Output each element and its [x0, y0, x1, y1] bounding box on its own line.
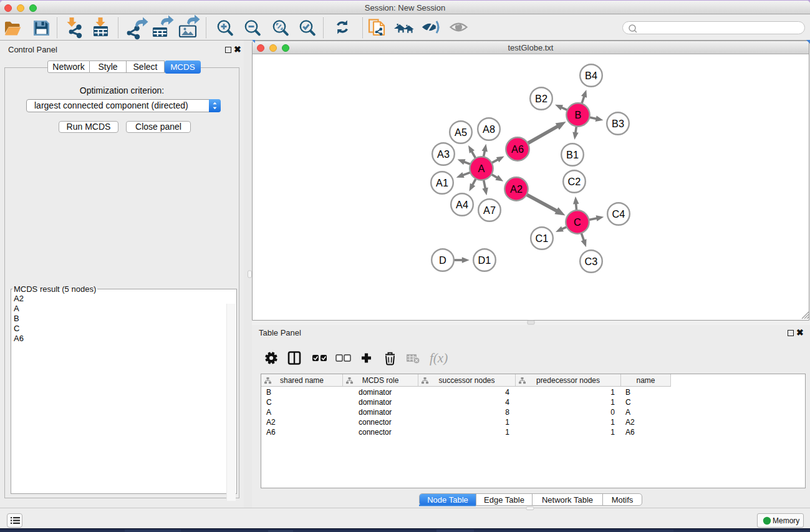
- svg-text:A1: A1: [436, 177, 448, 188]
- svg-text:A2: A2: [510, 183, 523, 195]
- svg-text:f(x): f(x): [430, 351, 448, 365]
- svg-text:D1: D1: [478, 254, 491, 266]
- svg-text:C: C: [574, 216, 581, 228]
- svg-text:A3: A3: [437, 148, 450, 160]
- svg-text:C3: C3: [585, 256, 598, 267]
- svg-text:A8: A8: [483, 123, 495, 135]
- svg-text:D: D: [439, 254, 446, 266]
- svg-text:A5: A5: [455, 127, 467, 138]
- svg-text:C1: C1: [536, 233, 549, 244]
- svg-text:B4: B4: [585, 70, 597, 81]
- svg-text:B3: B3: [612, 118, 624, 129]
- svg-text:C4: C4: [612, 208, 625, 220]
- svg-text:A7: A7: [483, 205, 496, 216]
- svg-text:A4: A4: [456, 199, 468, 210]
- svg-text:A6: A6: [511, 143, 524, 155]
- svg-text:C2: C2: [568, 176, 581, 187]
- svg-text:B1: B1: [566, 149, 579, 160]
- svg-text:B: B: [575, 109, 582, 120]
- svg-text:B2: B2: [535, 93, 547, 104]
- svg-text:A: A: [478, 163, 485, 174]
